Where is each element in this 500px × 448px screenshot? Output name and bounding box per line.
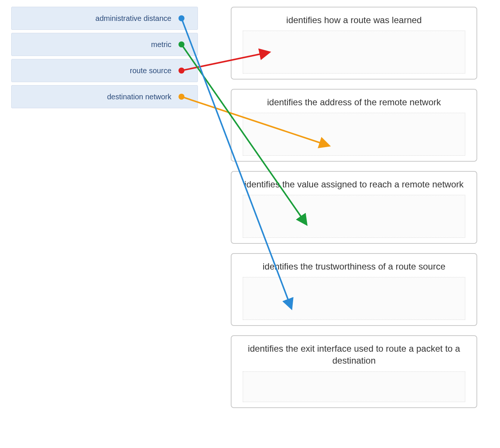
- source-label: metric: [151, 40, 171, 49]
- drop-zone[interactable]: [243, 371, 465, 402]
- target-remote-address[interactable]: identifies the address of the remote net…: [231, 89, 477, 162]
- target-value-assigned[interactable]: identifies the value assigned to reach a…: [231, 171, 477, 244]
- target-label: identifies how a route was learned: [286, 14, 422, 26]
- source-metric[interactable]: metric: [11, 33, 198, 56]
- source-label: route source: [130, 66, 171, 75]
- target-label: identifies the value assigned to reach a…: [244, 178, 463, 190]
- target-trustworthiness[interactable]: identifies the trustworthiness of a rout…: [231, 253, 477, 326]
- source-destination-network[interactable]: destination network: [11, 85, 198, 108]
- drop-zone[interactable]: [243, 31, 465, 74]
- target-label: identifies the address of the remote net…: [267, 96, 441, 108]
- target-label: identifies the exit interface used to ro…: [243, 343, 465, 367]
- source-label: destination network: [107, 93, 171, 101]
- source-route-source[interactable]: route source: [11, 59, 198, 82]
- target-exit-interface[interactable]: identifies the exit interface used to ro…: [231, 335, 477, 408]
- drop-zone[interactable]: [243, 113, 465, 156]
- drop-zone[interactable]: [243, 195, 465, 238]
- source-administrative-distance[interactable]: administrative distance: [11, 7, 198, 30]
- source-label: administrative distance: [96, 14, 171, 23]
- matching-diagram: administrative distance metric route sou…: [0, 0, 500, 448]
- target-label: identifies the trustworthiness of a rout…: [263, 261, 445, 273]
- target-how-learned[interactable]: identifies how a route was learned: [231, 7, 477, 80]
- drop-zone[interactable]: [243, 277, 465, 320]
